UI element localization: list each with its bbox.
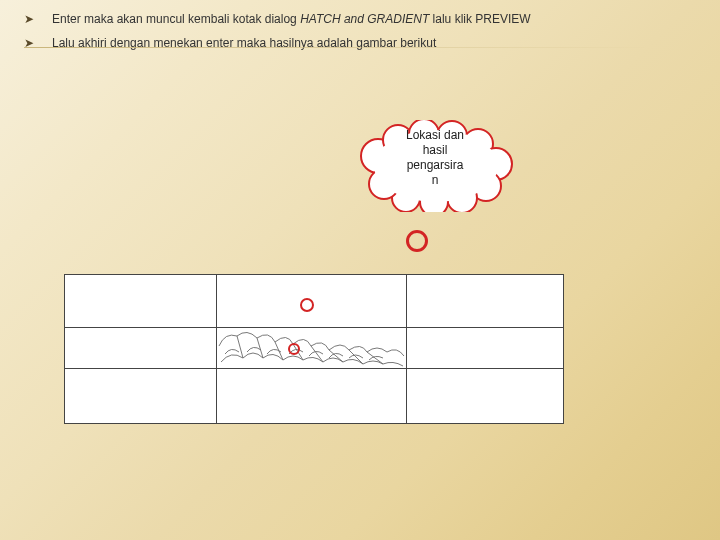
bullet-text-pre: Enter maka akan muncul kembali kotak dia… [52,12,300,26]
bullet-text-italic: HATCH and GRADIENT [300,12,429,26]
bullet-text-post: lalu klik PREVIEW [429,12,530,26]
grid-line [406,274,407,424]
hatch-pattern [217,328,406,368]
bullet-marker: ➤ [24,10,52,28]
target-marker-icon [300,298,314,312]
bullet-text: Enter maka akan muncul kembali kotak dia… [52,10,696,28]
bullet-list: ➤ Enter maka akan muncul kembali kotak d… [0,0,720,52]
grid-line [64,368,564,369]
bullet-marker: ➤ [24,34,52,52]
callout-tail [398,230,428,260]
tail-bubble-icon [406,230,428,252]
callout-line: n [350,173,520,188]
bullet-item: ➤ Enter maka akan muncul kembali kotak d… [24,10,696,28]
callout-text: Lokasi dan hasil pengarsira n [350,128,520,188]
illustration-area: Lokasi dan hasil pengarsira n [0,120,720,480]
callout-line: pengarsira [350,158,520,173]
callout-line: hasil [350,143,520,158]
bullet-text: Lalu akhiri dengan menekan enter maka ha… [52,34,696,52]
callout-line: Lokasi dan [350,128,520,143]
bullet-item: ➤ Lalu akhiri dengan menekan enter maka … [24,34,696,52]
divider-line [24,47,720,48]
floorplan-diagram [64,274,564,424]
hatch-icon [217,328,406,368]
target-marker-icon [288,343,300,355]
callout-cloud: Lokasi dan hasil pengarsira n [350,120,520,212]
